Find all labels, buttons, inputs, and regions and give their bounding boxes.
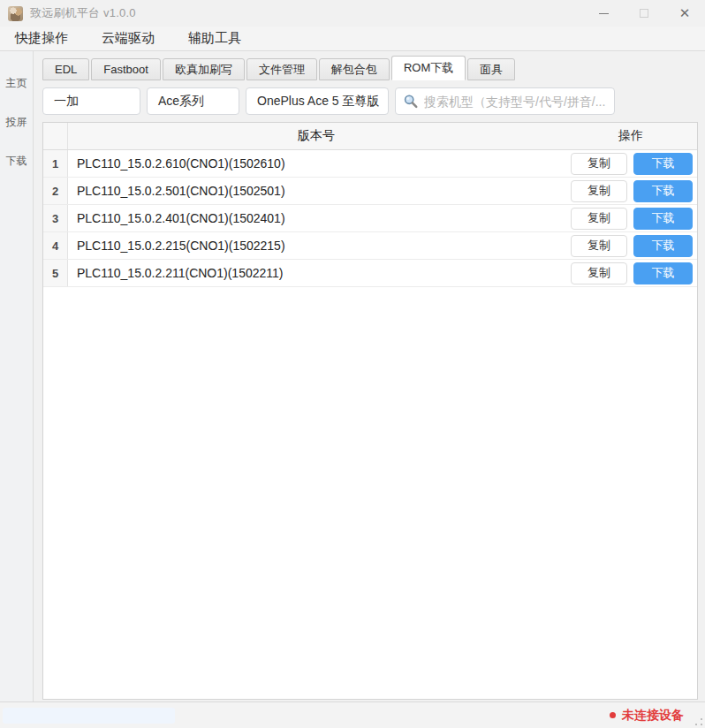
tab-rom-download[interactable]: ROM下载 [391,56,466,80]
header-index [43,123,68,149]
table-row: 5 PLC110_15.0.2.211(CNO1)(1502211) 复制 下载 [43,260,697,287]
tab-edl[interactable]: EDL [42,58,89,80]
rom-version: PLC110_15.0.2.215(CNO1)(1502215) [68,232,565,259]
tab-unpack-repack[interactable]: 解包合包 [319,58,390,80]
copy-button[interactable]: 复制 [571,153,627,175]
app-window: 致远刷机平台 v1.0.0 ✕ 快捷操作 云端驱动 辅助工具 主页 投屏 下载 … [0,0,705,728]
series-select[interactable]: Ace系列 [147,87,239,115]
device-status: 未连接设备 [610,708,684,724]
close-icon: ✕ [679,5,691,21]
app-icon [8,6,23,21]
maximize-icon [640,9,648,18]
row-index: 3 [43,205,68,231]
copy-button[interactable]: 复制 [571,262,627,284]
status-dot-icon [610,712,616,718]
header-action: 操作 [565,123,697,149]
menu-bar: 快捷操作 云端驱动 辅助工具 [0,27,705,51]
menu-cloud-drivers[interactable]: 云端驱动 [98,28,158,49]
download-button[interactable]: 下载 [633,153,693,175]
row-index: 1 [43,150,68,177]
filter-row: 一加 Ace系列 OnePlus Ace 5 至尊版 [42,87,698,115]
window-controls: ✕ [583,0,705,27]
copy-button[interactable]: 复制 [571,235,627,257]
rom-version: PLC110_15.0.2.211(CNO1)(1502211) [68,260,565,286]
tab-magisk[interactable]: 面具 [467,58,515,80]
close-button[interactable]: ✕ [664,0,705,27]
status-bar: 未连接设备 [0,701,705,728]
main-content: EDL Fastboot 欧真加刷写 文件管理 解包合包 ROM下载 面具 一加… [34,51,705,701]
search-box[interactable] [395,87,615,115]
maximize-button[interactable] [624,0,664,27]
minimize-button[interactable] [583,0,624,27]
rom-version: PLC110_15.0.2.401(CNO1)(1502401) [68,205,565,231]
tab-bar: EDL Fastboot 欧真加刷写 文件管理 解包合包 ROM下载 面具 [42,56,698,80]
window-title: 致远刷机平台 v1.0.0 [30,5,136,21]
menu-quick-actions[interactable]: 快捷操作 [11,28,72,49]
tab-oujia-flash[interactable]: 欧真加刷写 [163,58,245,80]
table-header: 版本号 操作 [43,123,697,150]
download-button[interactable]: 下载 [633,208,693,230]
row-index: 5 [43,260,68,286]
row-index: 4 [43,232,68,259]
sidebar-item-screencast[interactable]: 投屏 [6,115,27,130]
device-status-text: 未连接设备 [622,708,684,724]
menu-helper-tools[interactable]: 辅助工具 [185,28,245,49]
model-select[interactable]: OnePlus Ace 5 至尊版 [246,87,389,115]
copy-button[interactable]: 复制 [571,208,627,230]
search-input[interactable] [424,95,607,109]
header-version: 版本号 [68,123,565,149]
brand-select[interactable]: 一加 [42,87,140,115]
rom-table: 版本号 操作 1 PLC110_15.0.2.610(CNO1)(1502610… [42,122,698,700]
sidebar-item-download[interactable]: 下载 [6,154,27,169]
table-row: 4 PLC110_15.0.2.215(CNO1)(1502215) 复制 下载 [43,232,697,260]
status-progress-area [3,708,175,724]
rom-version: PLC110_15.0.2.501(CNO1)(1502501) [68,178,565,204]
search-icon [403,94,419,110]
tab-fastboot[interactable]: Fastboot [91,58,161,80]
row-index: 2 [43,178,68,204]
minimize-icon [599,13,609,14]
copy-button[interactable]: 复制 [571,180,627,202]
title-bar: 致远刷机平台 v1.0.0 ✕ [0,0,705,27]
download-button[interactable]: 下载 [633,235,693,257]
table-row: 1 PLC110_15.0.2.610(CNO1)(1502610) 复制 下载 [43,150,697,178]
sidebar-item-home[interactable]: 主页 [6,76,27,91]
sidebar: 主页 投屏 下载 [0,51,34,701]
resize-grip[interactable] [694,717,703,726]
download-button[interactable]: 下载 [633,180,693,202]
rom-version: PLC110_15.0.2.610(CNO1)(1502610) [68,150,565,177]
table-row: 2 PLC110_15.0.2.501(CNO1)(1502501) 复制 下载 [43,178,697,205]
tab-file-manager[interactable]: 文件管理 [246,58,317,80]
table-row: 3 PLC110_15.0.2.401(CNO1)(1502401) 复制 下载 [43,205,697,232]
download-button[interactable]: 下载 [633,262,693,284]
table-empty-area [43,287,697,699]
